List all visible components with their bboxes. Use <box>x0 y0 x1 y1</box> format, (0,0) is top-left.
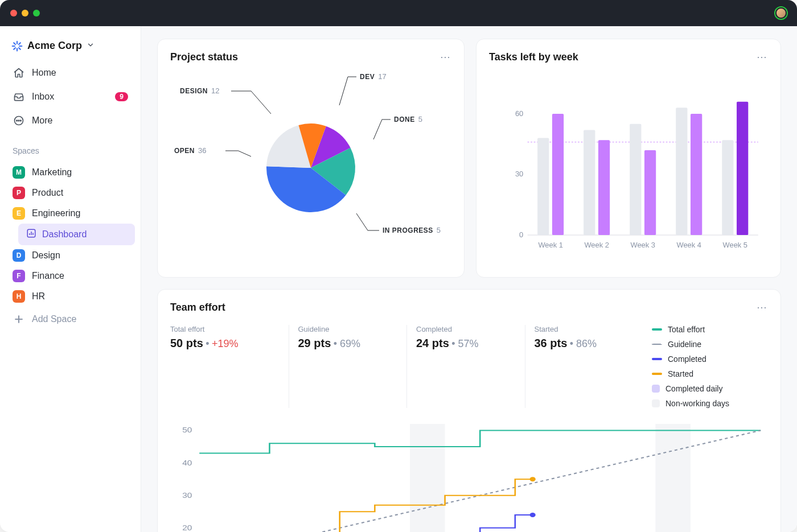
space-badge: E <box>13 207 25 220</box>
card-menu-tasks-left[interactable]: ⋯ <box>757 51 768 63</box>
svg-point-45 <box>530 513 536 517</box>
svg-text:30: 30 <box>515 170 523 178</box>
svg-rect-32 <box>676 108 687 235</box>
legend-row: Started <box>652 369 768 378</box>
space-badge: D <box>13 249 25 262</box>
svg-text:50: 50 <box>182 427 192 434</box>
svg-text:Week 4: Week 4 <box>677 241 701 249</box>
bar-chart-icon <box>26 228 36 241</box>
svg-text:30: 30 <box>182 492 192 499</box>
window-controls <box>10 10 40 17</box>
sidebar: Acme Corp Home Inbox 9 <box>0 26 141 532</box>
svg-text:Week 3: Week 3 <box>630 241 655 249</box>
space-name: Engineering <box>32 208 80 218</box>
nav-home-label: Home <box>32 68 56 78</box>
space-name: Finance <box>32 271 64 281</box>
space-name: Marketing <box>32 167 72 178</box>
zoom-window[interactable] <box>33 10 40 17</box>
card-menu-project-status[interactable]: ⋯ <box>440 51 451 63</box>
card-title-tasks-left: Tasks left by week <box>489 51 578 63</box>
titlebar <box>0 0 797 26</box>
add-space-button[interactable]: Add Space <box>6 309 135 329</box>
spaces-section-label: Spaces <box>6 134 135 160</box>
nav-inbox-label: Inbox <box>32 92 54 102</box>
svg-text:60: 60 <box>515 109 523 118</box>
minimize-window[interactable] <box>22 10 28 17</box>
bar-chart: 03060Week 1Week 2Week 3Week 4Week 5 <box>489 70 768 266</box>
nav-more[interactable]: More <box>6 110 135 131</box>
svg-rect-23 <box>537 138 549 235</box>
svg-rect-36 <box>737 102 748 235</box>
svg-rect-33 <box>691 114 702 235</box>
space-item[interactable]: HHR <box>6 286 135 307</box>
card-tasks-left: Tasks left by week ⋯ 03060Week 1Week 2We… <box>476 39 781 278</box>
avatar[interactable] <box>775 7 787 19</box>
space-item[interactable]: FFinance <box>6 266 135 286</box>
svg-text:0: 0 <box>519 230 523 239</box>
workspace-logo-icon <box>11 40 23 52</box>
svg-point-10 <box>18 120 19 121</box>
svg-rect-39 <box>655 424 691 532</box>
metric-started: Started 36 pts • 86% <box>525 325 638 408</box>
close-window[interactable] <box>10 10 17 17</box>
svg-line-7 <box>14 47 15 49</box>
more-icon <box>13 114 25 127</box>
metric-total: Total effort 50 pts • +19% <box>170 325 283 408</box>
card-menu-team-effort[interactable]: ⋯ <box>757 301 768 314</box>
chevron-down-icon <box>87 40 95 52</box>
space-item[interactable]: DDesign <box>6 245 135 266</box>
card-team-effort: Team effort ⋯ Total effort 50 pts • +19%… <box>157 289 781 532</box>
space-badge: M <box>13 166 25 179</box>
svg-rect-30 <box>644 150 656 235</box>
svg-text:20: 20 <box>182 524 192 531</box>
card-title-team-effort: Team effort <box>170 302 225 314</box>
workspace-switcher[interactable]: Acme Corp <box>6 36 135 60</box>
nav-inbox[interactable]: Inbox 9 <box>6 86 135 108</box>
space-badge: H <box>13 290 25 303</box>
line-chart: 20304050 <box>170 418 768 532</box>
svg-rect-35 <box>722 140 733 235</box>
space-item[interactable]: MMarketing <box>6 162 135 183</box>
team-legend: Total effortGuidelineCompletedStartedCom… <box>643 325 768 408</box>
legend-row: Non-working days <box>652 399 768 408</box>
inbox-icon <box>13 90 25 103</box>
svg-line-6 <box>19 43 20 44</box>
svg-line-5 <box>19 47 20 49</box>
nav-more-label: More <box>32 116 52 126</box>
svg-text:40: 40 <box>182 459 192 467</box>
home-icon <box>13 67 25 79</box>
svg-rect-38 <box>410 424 445 532</box>
legend-row: Total effort <box>652 325 768 334</box>
legend-row: Guideline <box>652 340 768 349</box>
card-project-status: Project status ⋯ DEV 17DONE 5IN PROGRESS… <box>157 39 465 278</box>
space-name: Design <box>32 250 60 261</box>
inbox-badge: 9 <box>115 92 128 101</box>
team-metrics: Total effort 50 pts • +19% Guideline 29 … <box>170 325 768 408</box>
nav-home[interactable]: Home <box>6 62 135 84</box>
legend-row: Completed <box>652 354 768 364</box>
plus-icon <box>13 313 25 325</box>
svg-point-44 <box>530 477 536 481</box>
subnav-dashboard[interactable]: Dashboard <box>18 224 135 245</box>
main-content: Project status ⋯ DEV 17DONE 5IN PROGRESS… <box>141 26 797 532</box>
space-name: HR <box>32 291 45 302</box>
space-name: Product <box>32 188 63 198</box>
svg-rect-24 <box>552 114 564 235</box>
space-badge: P <box>13 187 25 199</box>
svg-rect-27 <box>598 140 610 235</box>
svg-point-9 <box>17 120 18 121</box>
workspace-name: Acme Corp <box>27 40 82 52</box>
svg-rect-29 <box>630 124 641 235</box>
metric-completed: Completed 24 pts • 57% <box>406 325 519 408</box>
add-space-label: Add Space <box>32 314 76 324</box>
legend-row: Completed daily <box>652 384 768 393</box>
svg-text:Week 2: Week 2 <box>584 241 609 249</box>
svg-line-4 <box>14 43 15 44</box>
space-item[interactable]: PProduct <box>6 183 135 203</box>
space-item[interactable]: EEngineering <box>6 203 135 224</box>
space-badge: F <box>13 270 25 282</box>
svg-text:Week 5: Week 5 <box>723 241 747 249</box>
svg-point-11 <box>20 120 22 121</box>
svg-rect-26 <box>584 130 595 235</box>
metric-guideline: Guideline 29 pts • 69% <box>289 325 401 408</box>
